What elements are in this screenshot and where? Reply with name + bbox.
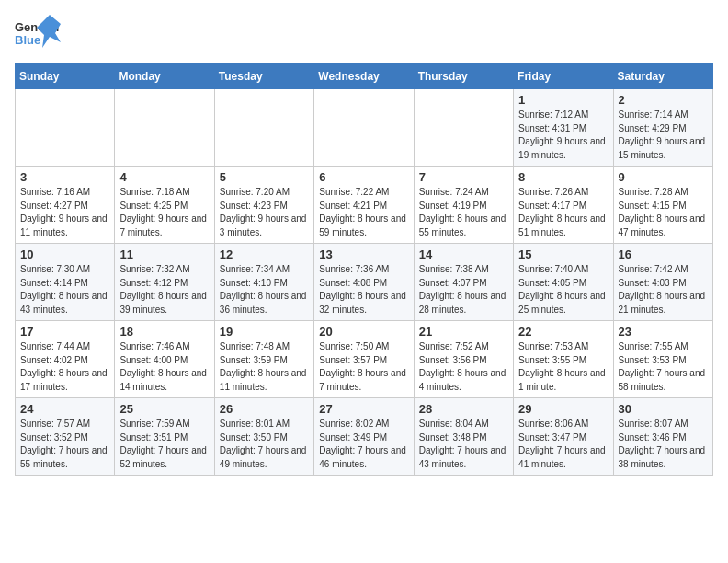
- day-info: Sunrise: 7:32 AM Sunset: 4:12 PM Dayligh…: [119, 263, 209, 316]
- calendar-cell: 9Sunrise: 7:28 AM Sunset: 4:15 PM Daylig…: [613, 167, 712, 244]
- day-info: Sunrise: 7:16 AM Sunset: 4:27 PM Dayligh…: [20, 186, 109, 239]
- calendar-cell: 3Sunrise: 7:16 AM Sunset: 4:27 PM Daylig…: [16, 167, 115, 244]
- day-info: Sunrise: 7:48 AM Sunset: 3:59 PM Dayligh…: [220, 340, 309, 394]
- day-number: 23: [619, 325, 708, 339]
- calendar-cell: 30Sunrise: 8:07 AM Sunset: 3:46 PM Dayli…: [613, 398, 712, 476]
- calendar-cell: [16, 89, 115, 167]
- day-info: Sunrise: 7:24 AM Sunset: 4:19 PM Dayligh…: [419, 186, 508, 239]
- calendar-cell: 25Sunrise: 7:59 AM Sunset: 3:51 PM Dayli…: [115, 398, 214, 476]
- day-info: Sunrise: 8:02 AM Sunset: 3:49 PM Dayligh…: [319, 418, 408, 471]
- day-info: Sunrise: 7:42 AM Sunset: 4:03 PM Dayligh…: [619, 263, 708, 316]
- day-number: 27: [319, 402, 408, 416]
- calendar-cell: 12Sunrise: 7:34 AM Sunset: 4:10 PM Dayli…: [214, 244, 313, 321]
- day-number: 21: [419, 325, 508, 339]
- day-number: 22: [518, 325, 608, 339]
- day-info: Sunrise: 7:57 AM Sunset: 3:52 PM Dayligh…: [20, 418, 109, 471]
- calendar-cell: 8Sunrise: 7:26 AM Sunset: 4:17 PM Daylig…: [514, 167, 613, 244]
- day-info: Sunrise: 7:12 AM Sunset: 4:31 PM Dayligh…: [518, 109, 608, 162]
- day-info: Sunrise: 7:44 AM Sunset: 4:02 PM Dayligh…: [20, 340, 109, 394]
- logo-svg: GeneralBlue: [15, 15, 61, 56]
- calendar-cell: 13Sunrise: 7:36 AM Sunset: 4:08 PM Dayli…: [314, 244, 414, 321]
- header-row: SundayMondayTuesdayWednesdayThursdayFrid…: [16, 64, 713, 89]
- week-row-2: 3Sunrise: 7:16 AM Sunset: 4:27 PM Daylig…: [16, 167, 713, 244]
- day-number: 2: [619, 93, 708, 107]
- calendar-table: SundayMondayTuesdayWednesdayThursdayFrid…: [15, 63, 713, 476]
- header-monday: Monday: [115, 64, 214, 89]
- calendar-cell: 24Sunrise: 7:57 AM Sunset: 3:52 PM Dayli…: [16, 398, 115, 476]
- day-info: Sunrise: 7:18 AM Sunset: 4:25 PM Dayligh…: [119, 186, 209, 239]
- day-info: Sunrise: 7:40 AM Sunset: 4:05 PM Dayligh…: [518, 263, 608, 316]
- day-info: Sunrise: 8:04 AM Sunset: 3:48 PM Dayligh…: [419, 418, 508, 471]
- day-number: 5: [220, 170, 309, 184]
- calendar-cell: 29Sunrise: 8:06 AM Sunset: 3:47 PM Dayli…: [514, 398, 613, 476]
- calendar-cell: 28Sunrise: 8:04 AM Sunset: 3:48 PM Dayli…: [414, 398, 513, 476]
- day-info: Sunrise: 7:28 AM Sunset: 4:15 PM Dayligh…: [619, 186, 708, 239]
- day-info: Sunrise: 8:06 AM Sunset: 3:47 PM Dayligh…: [518, 418, 608, 471]
- calendar-cell: [414, 89, 513, 167]
- calendar-cell: 27Sunrise: 8:02 AM Sunset: 3:49 PM Dayli…: [314, 398, 414, 476]
- day-info: Sunrise: 7:46 AM Sunset: 4:00 PM Dayligh…: [119, 340, 209, 394]
- day-info: Sunrise: 7:50 AM Sunset: 3:57 PM Dayligh…: [319, 340, 408, 394]
- day-info: Sunrise: 7:38 AM Sunset: 4:07 PM Dayligh…: [419, 263, 508, 316]
- day-number: 29: [518, 402, 608, 416]
- calendar-cell: 2Sunrise: 7:14 AM Sunset: 4:29 PM Daylig…: [613, 89, 712, 167]
- day-number: 24: [20, 402, 109, 416]
- calendar-cell: [314, 89, 414, 167]
- day-info: Sunrise: 7:53 AM Sunset: 3:55 PM Dayligh…: [518, 340, 608, 394]
- header-saturday: Saturday: [613, 64, 712, 89]
- day-number: 6: [319, 170, 408, 184]
- day-number: 11: [119, 247, 209, 261]
- calendar-cell: 4Sunrise: 7:18 AM Sunset: 4:25 PM Daylig…: [115, 167, 214, 244]
- calendar-cell: [115, 89, 214, 167]
- day-info: Sunrise: 7:30 AM Sunset: 4:14 PM Dayligh…: [20, 263, 109, 316]
- day-number: 9: [619, 170, 708, 184]
- calendar-cell: 20Sunrise: 7:50 AM Sunset: 3:57 PM Dayli…: [314, 321, 414, 398]
- calendar-cell: 1Sunrise: 7:12 AM Sunset: 4:31 PM Daylig…: [514, 89, 613, 167]
- day-info: Sunrise: 7:20 AM Sunset: 4:23 PM Dayligh…: [220, 186, 309, 239]
- day-info: Sunrise: 7:26 AM Sunset: 4:17 PM Dayligh…: [518, 186, 608, 239]
- week-row-5: 24Sunrise: 7:57 AM Sunset: 3:52 PM Dayli…: [16, 398, 713, 476]
- day-number: 16: [619, 247, 708, 261]
- day-info: Sunrise: 7:34 AM Sunset: 4:10 PM Dayligh…: [220, 263, 309, 316]
- calendar-cell: 22Sunrise: 7:53 AM Sunset: 3:55 PM Dayli…: [514, 321, 613, 398]
- calendar-cell: 16Sunrise: 7:42 AM Sunset: 4:03 PM Dayli…: [613, 244, 712, 321]
- day-number: 12: [220, 247, 309, 261]
- day-number: 3: [20, 170, 109, 184]
- svg-text:Blue: Blue: [15, 33, 40, 47]
- header-tuesday: Tuesday: [214, 64, 313, 89]
- header-friday: Friday: [514, 64, 613, 89]
- week-row-4: 17Sunrise: 7:44 AM Sunset: 4:02 PM Dayli…: [16, 321, 713, 398]
- calendar-cell: 15Sunrise: 7:40 AM Sunset: 4:05 PM Dayli…: [514, 244, 613, 321]
- day-number: 26: [220, 402, 309, 416]
- day-number: 13: [319, 247, 408, 261]
- day-info: Sunrise: 7:14 AM Sunset: 4:29 PM Dayligh…: [619, 109, 708, 162]
- day-number: 1: [518, 93, 608, 107]
- calendar-cell: 17Sunrise: 7:44 AM Sunset: 4:02 PM Dayli…: [16, 321, 115, 398]
- day-info: Sunrise: 7:36 AM Sunset: 4:08 PM Dayligh…: [319, 263, 408, 316]
- header-wednesday: Wednesday: [314, 64, 414, 89]
- day-number: 8: [518, 170, 608, 184]
- calendar-cell: 18Sunrise: 7:46 AM Sunset: 4:00 PM Dayli…: [115, 321, 214, 398]
- header: GeneralBlue: [15, 15, 713, 56]
- day-number: 20: [319, 325, 408, 339]
- week-row-1: 1Sunrise: 7:12 AM Sunset: 4:31 PM Daylig…: [16, 89, 713, 167]
- calendar-cell: [214, 89, 313, 167]
- day-info: Sunrise: 8:07 AM Sunset: 3:46 PM Dayligh…: [619, 418, 708, 471]
- day-number: 30: [619, 402, 708, 416]
- day-info: Sunrise: 7:59 AM Sunset: 3:51 PM Dayligh…: [119, 418, 209, 471]
- calendar-cell: 14Sunrise: 7:38 AM Sunset: 4:07 PM Dayli…: [414, 244, 513, 321]
- calendar-cell: 21Sunrise: 7:52 AM Sunset: 3:56 PM Dayli…: [414, 321, 513, 398]
- day-number: 17: [20, 325, 109, 339]
- day-info: Sunrise: 7:52 AM Sunset: 3:56 PM Dayligh…: [419, 340, 508, 394]
- calendar-cell: 23Sunrise: 7:55 AM Sunset: 3:53 PM Dayli…: [613, 321, 712, 398]
- day-number: 15: [518, 247, 608, 261]
- calendar-cell: 11Sunrise: 7:32 AM Sunset: 4:12 PM Dayli…: [115, 244, 214, 321]
- day-number: 4: [119, 170, 209, 184]
- day-number: 18: [119, 325, 209, 339]
- calendar-cell: 5Sunrise: 7:20 AM Sunset: 4:23 PM Daylig…: [214, 167, 313, 244]
- day-number: 25: [119, 402, 209, 416]
- day-number: 14: [419, 247, 508, 261]
- calendar-cell: 19Sunrise: 7:48 AM Sunset: 3:59 PM Dayli…: [214, 321, 313, 398]
- day-info: Sunrise: 7:22 AM Sunset: 4:21 PM Dayligh…: [319, 186, 408, 239]
- day-info: Sunrise: 8:01 AM Sunset: 3:50 PM Dayligh…: [220, 418, 309, 471]
